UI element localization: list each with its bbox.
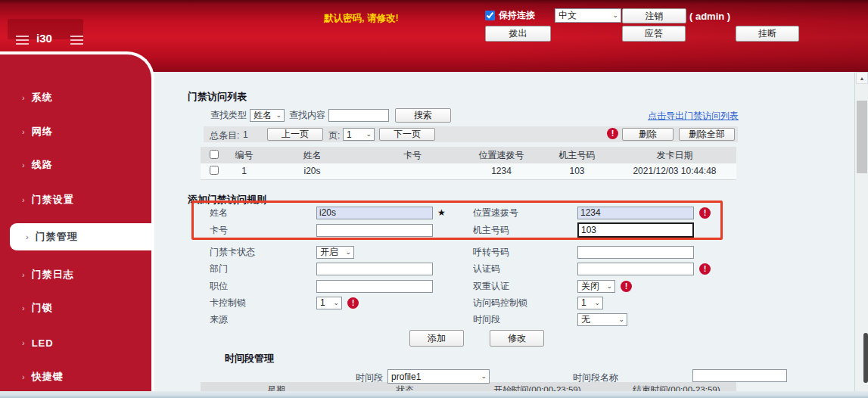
forward-number-input[interactable] <box>577 246 694 259</box>
form-row-3: 门禁卡状态 开启 ⌄ 呼转号码 <box>210 244 694 260</box>
name-input[interactable] <box>316 207 433 219</box>
overlay-scrollbar-thumb[interactable] <box>863 333 868 383</box>
search-button[interactable]: 搜索 <box>395 108 451 123</box>
warning-icon[interactable]: ! <box>607 128 618 139</box>
keep-alive-checkbox[interactable] <box>485 11 495 20</box>
row-checkbox[interactable] <box>210 166 219 175</box>
form-row-6: 卡控制锁 1 ⌄ ! 访问码控制锁 1 ⌄ <box>210 295 603 310</box>
search-type-label: 查找类型 <box>210 109 247 122</box>
total-value: 1 <box>243 129 248 140</box>
name-label: 姓名 <box>210 207 316 219</box>
warning-icon[interactable]: ! <box>699 263 711 275</box>
forward-number-label: 呼转号码 <box>473 246 577 259</box>
hamburger-menu-icon[interactable] <box>16 36 29 45</box>
chevron-down-icon: ⌄ <box>612 12 618 19</box>
page-label: 页: <box>328 129 340 142</box>
page-select[interactable]: 1 ⌄ <box>343 128 375 141</box>
sidebar-item-network[interactable]: › 网络 <box>0 125 151 138</box>
chevron-right-icon: › <box>22 304 25 312</box>
keep-alive-label: 保持连接 <box>499 9 535 22</box>
access-code-lock-select[interactable]: 1 ⌄ <box>577 297 603 309</box>
answer-button[interactable]: 应答 <box>622 26 686 42</box>
card-state-select[interactable]: 开启 ⌄ <box>316 246 354 259</box>
double-auth-label: 双重认证 <box>473 280 577 293</box>
chevron-down-icon: ⌄ <box>275 112 282 119</box>
hamburger-menu-icon-right[interactable] <box>70 36 83 45</box>
warning-icon[interactable]: ! <box>621 281 632 292</box>
period-name-input[interactable] <box>692 369 787 382</box>
position-label: 职位 <box>210 280 316 293</box>
search-row: 查找类型 姓名 ⌄ 查找内容 搜索 <box>210 108 451 122</box>
sidebar-item-access-management-selected[interactable]: › 门禁管理 <box>10 223 154 250</box>
delete-button[interactable]: 删除 <box>622 128 674 141</box>
period-profile-select[interactable]: profile1 ⌄ <box>387 369 490 384</box>
form-row-7: 来源 时间段 无 ⌄ <box>210 312 627 327</box>
card-lock-select[interactable]: 1 ⌄ <box>316 297 342 309</box>
next-page-button[interactable]: 下一页 <box>379 128 435 141</box>
scrollbar-thumb[interactable] <box>857 101 867 173</box>
add-button[interactable]: 添加 <box>409 330 464 347</box>
sidebar-item-led[interactable]: › LED <box>0 336 151 350</box>
double-auth-select[interactable]: 关闭 ⌄ <box>577 280 615 293</box>
logout-button[interactable]: 注销 <box>622 8 686 23</box>
card-lock-label: 卡控制锁 <box>210 297 316 309</box>
cell-issue-date: 2021/12/03 10:44:48 <box>613 163 736 179</box>
sidebar-item-system[interactable]: › 系统 <box>0 91 151 104</box>
chevron-down-icon: ⌄ <box>333 300 339 306</box>
access-code-lock-label: 访问码控制锁 <box>473 297 577 309</box>
language-select[interactable]: 中文 ⌄ <box>555 8 621 23</box>
cell-speed-dial: 1234 <box>462 163 541 179</box>
sidebar-item-access-settings[interactable]: › 门禁设置 <box>0 193 151 207</box>
speed-dial-input[interactable] <box>577 207 694 219</box>
hangup-button[interactable]: 挂断 <box>736 26 799 42</box>
dial-out-button[interactable]: 拨出 <box>485 26 551 42</box>
position-input[interactable] <box>316 280 433 293</box>
scroll-up-arrow-icon[interactable]: ▲ <box>856 72 868 84</box>
form-row-5: 职位 双重认证 关闭 ⌄ ! <box>210 278 632 294</box>
source-label: 来源 <box>210 313 316 326</box>
warning-icon[interactable]: ! <box>347 297 359 309</box>
chevron-down-icon: ⌄ <box>606 283 612 290</box>
time-period-label: 时间段 <box>473 313 577 326</box>
export-access-list-link[interactable]: 点击导出门禁访问列表 <box>648 110 739 123</box>
total-label: 总条目: <box>210 129 239 142</box>
warning-icon[interactable]: ! <box>699 207 711 219</box>
time-period-select[interactable]: 无 ⌄ <box>577 313 627 326</box>
cell-name: i20s <box>261 163 363 179</box>
access-list-table: 编号 姓名 卡号 位置速拨号 机主号码 发卡日期 1 i20s 1234 103… <box>201 147 736 180</box>
owner-number-input[interactable] <box>577 222 694 238</box>
col-header-number: 编号 <box>227 147 261 163</box>
search-type-select[interactable]: 姓名 ⌄ <box>250 109 285 122</box>
language-value: 中文 <box>558 9 577 22</box>
bottom-edge-strip <box>0 391 868 398</box>
col-header-issue-date: 发卡日期 <box>613 147 736 163</box>
vertical-scrollbar[interactable]: ▲ <box>854 72 868 391</box>
col-header-name: 姓名 <box>261 147 363 163</box>
department-input[interactable] <box>316 263 433 275</box>
table-row: 1 i20s 1234 103 2021/12/03 10:44:48 <box>201 163 736 179</box>
form-row-4: 部门 认证码 ! <box>210 261 711 276</box>
auth-code-input[interactable] <box>577 263 694 275</box>
chevron-right-icon: › <box>22 161 25 169</box>
sidebar-item-door-lock[interactable]: › 门锁 <box>0 301 151 315</box>
delete-all-button[interactable]: 删除全部 <box>679 128 735 141</box>
modify-button[interactable]: 修改 <box>490 330 544 347</box>
required-star-icon: ★ <box>437 207 446 218</box>
chevron-down-icon: ⌄ <box>366 131 372 138</box>
sidebar-item-hotkey[interactable]: › 快捷键 <box>0 370 151 384</box>
card-number-input[interactable] <box>316 224 433 237</box>
prev-page-button[interactable]: 上一页 <box>267 128 323 141</box>
cell-owner: 103 <box>541 163 613 179</box>
chevron-down-icon: ⌄ <box>345 249 351 256</box>
department-label: 部门 <box>210 263 316 275</box>
chevron-right-icon: › <box>22 271 25 279</box>
cell-card <box>363 163 462 179</box>
search-content-input[interactable] <box>328 109 389 122</box>
device-logo: i30 <box>36 32 52 45</box>
col-header-owner: 机主号码 <box>541 147 613 163</box>
select-all-checkbox[interactable] <box>210 150 219 159</box>
sidebar-item-line[interactable]: › 线路 <box>0 158 151 172</box>
sidebar-item-access-log[interactable]: › 门禁日志 <box>0 268 151 281</box>
chevron-down-icon: ⌄ <box>481 373 487 380</box>
access-list-title: 门禁访问列表 <box>188 90 247 104</box>
